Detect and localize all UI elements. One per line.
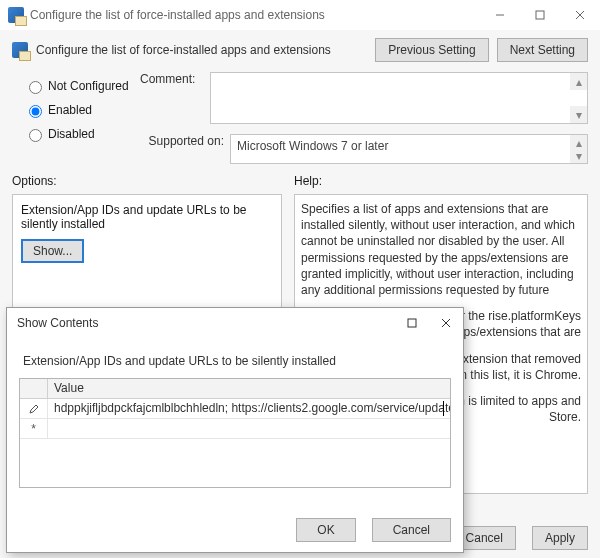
radio-label: Disabled bbox=[48, 127, 95, 141]
policy-icon bbox=[12, 42, 28, 58]
options-desc: Extension/App IDs and update URLs to be … bbox=[21, 203, 273, 231]
grid-header-selector bbox=[20, 379, 48, 398]
radio-enabled[interactable]: Enabled bbox=[24, 98, 140, 122]
dialog-ok-button[interactable]: OK bbox=[296, 518, 355, 542]
close-button[interactable] bbox=[560, 0, 600, 30]
supported-on-text: Microsoft Windows 7 or later bbox=[237, 139, 388, 153]
scroll-up-icon[interactable]: ▴ bbox=[570, 73, 587, 90]
minimize-button[interactable] bbox=[480, 0, 520, 30]
show-button[interactable]: Show... bbox=[21, 239, 84, 263]
text-caret bbox=[443, 401, 444, 416]
radio-label: Enabled bbox=[48, 103, 92, 117]
values-grid[interactable]: Value hdppkjifljbdpckfajcmlblbchhledln; … bbox=[19, 378, 451, 488]
svg-rect-4 bbox=[408, 319, 416, 327]
grid-header: Value bbox=[20, 379, 450, 399]
options-label: Options: bbox=[12, 174, 282, 188]
header-row: Configure the list of force-installed ap… bbox=[0, 30, 600, 66]
help-label: Help: bbox=[294, 174, 588, 188]
maximize-button[interactable] bbox=[520, 0, 560, 30]
dialog-cancel-button[interactable]: Cancel bbox=[372, 518, 451, 542]
titlebar: Configure the list of force-installed ap… bbox=[0, 0, 600, 30]
state-radios: Not Configured Enabled Disabled bbox=[0, 66, 140, 164]
supported-on-label: Supported on: bbox=[140, 134, 230, 148]
grid-row[interactable]: hdppkjifljbdpckfajcmlblbchhledln; https:… bbox=[20, 399, 450, 419]
grid-cell-value[interactable]: hdppkjifljbdpckfajcmlblbchhledln; https:… bbox=[48, 399, 450, 418]
dialog-close-button[interactable] bbox=[429, 309, 463, 337]
dialog-footer: OK Cancel bbox=[296, 518, 451, 542]
scroll-down-icon[interactable]: ▾ bbox=[570, 148, 587, 163]
previous-setting-button[interactable]: Previous Setting bbox=[375, 38, 488, 62]
help-text: Specifies a list of apps and extensions … bbox=[301, 201, 581, 298]
dialog-title: Show Contents bbox=[17, 316, 395, 330]
window-title: Configure the list of force-installed ap… bbox=[30, 8, 480, 22]
grid-row-new[interactable]: * bbox=[20, 419, 450, 439]
grid-cell-value[interactable] bbox=[48, 419, 450, 438]
row-indicator-edit-icon bbox=[20, 399, 48, 418]
next-setting-button[interactable]: Next Setting bbox=[497, 38, 588, 62]
comment-label: Comment: bbox=[140, 72, 210, 124]
policy-icon bbox=[8, 7, 24, 23]
row-indicator-new-icon: * bbox=[20, 419, 48, 438]
radio-not-configured[interactable]: Not Configured bbox=[24, 74, 140, 98]
comment-textarea[interactable]: ▴ ▾ bbox=[210, 72, 588, 124]
radio-label: Not Configured bbox=[48, 79, 129, 93]
dialog-maximize-button[interactable] bbox=[395, 309, 429, 337]
grid-header-value: Value bbox=[48, 379, 450, 398]
supported-on-box: Microsoft Windows 7 or later ▴ ▾ bbox=[230, 134, 588, 164]
dialog-titlebar: Show Contents bbox=[7, 308, 463, 338]
header-title: Configure the list of force-installed ap… bbox=[36, 43, 375, 57]
radio-disabled[interactable]: Disabled bbox=[24, 122, 140, 146]
show-contents-dialog: Show Contents Extension/App IDs and upda… bbox=[6, 307, 464, 553]
scroll-down-icon[interactable]: ▾ bbox=[570, 106, 587, 123]
svg-rect-1 bbox=[536, 11, 544, 19]
dialog-body: Extension/App IDs and update URLs to be … bbox=[7, 338, 463, 488]
apply-button[interactable]: Apply bbox=[532, 526, 588, 550]
dialog-caption: Extension/App IDs and update URLs to be … bbox=[23, 354, 451, 368]
